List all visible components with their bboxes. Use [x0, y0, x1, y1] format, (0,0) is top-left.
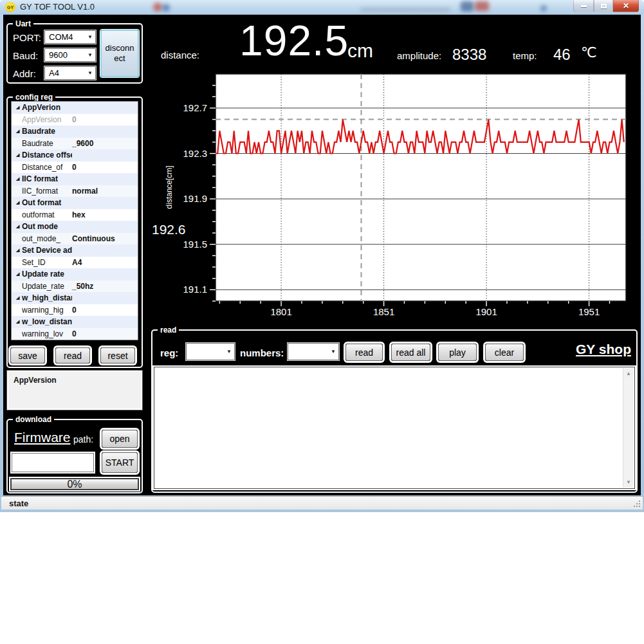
- play-button[interactable]: play: [438, 344, 477, 361]
- close-button[interactable]: ✕: [613, 0, 639, 12]
- x-tick-label: 1801: [270, 306, 291, 317]
- tree-item-row[interactable]: IIC_formatnormal: [12, 185, 138, 198]
- disconnect-button[interactable]: disconnect: [100, 30, 139, 77]
- addr-select[interactable]: A4▼: [44, 66, 96, 80]
- read-config-button[interactable]: read: [55, 347, 90, 363]
- chevron-down-icon: ▼: [226, 349, 232, 354]
- read-legend: read: [158, 326, 179, 335]
- download-group: download Firmware path: open START 0%: [6, 419, 143, 493]
- maximize-button[interactable]: [594, 0, 613, 12]
- temp-value: 46: [553, 46, 571, 64]
- y-tick-label: 192.7: [183, 102, 207, 113]
- uart-group: Uart PORT: COM4▼ Baud: 9600▼ Addr: A4▼ d…: [6, 23, 143, 84]
- desktop-smudge: [461, 1, 474, 12]
- window-controls: ✕: [573, 0, 639, 12]
- tree-item-row[interactable]: Distance_of0: [12, 161, 138, 174]
- read-all-button[interactable]: read all: [391, 344, 430, 361]
- chevron-down-icon: ▼: [87, 52, 93, 58]
- numbers-label: numbers:: [240, 347, 284, 358]
- distance-label: distance:: [161, 50, 199, 60]
- close-icon: ✕: [623, 1, 629, 10]
- save-button[interactable]: save: [10, 347, 45, 363]
- tree-item-row[interactable]: outformathex: [12, 209, 138, 221]
- desktop-smudge: [162, 4, 170, 12]
- tree-category-row[interactable]: ◢Set Device address: [12, 244, 138, 257]
- distance-value: 192.5: [239, 19, 349, 62]
- minimize-button[interactable]: [573, 0, 594, 12]
- tree-item-row[interactable]: AppVersion0: [12, 114, 138, 126]
- start-button[interactable]: START: [102, 452, 138, 473]
- reset-button[interactable]: reset: [100, 347, 135, 363]
- tree-item-row[interactable]: out_mode_Continuous: [12, 233, 138, 245]
- open-button[interactable]: open: [102, 430, 138, 448]
- port-label: PORT:: [13, 32, 41, 43]
- tree-category-row[interactable]: ◢AppVerion: [12, 102, 138, 114]
- distance-chart[interactable]: 191.1191.5191.9192.3192.7180118511901195…: [150, 69, 639, 327]
- scroll-down-icon[interactable]: ▼: [623, 477, 634, 488]
- y-tick-label: 191.5: [183, 239, 207, 250]
- maximize-icon: [601, 4, 607, 8]
- firmware-path-input[interactable]: [12, 453, 94, 472]
- addr-value: A4: [49, 68, 59, 78]
- read-button[interactable]: read: [345, 344, 383, 361]
- tree-category-row[interactable]: ◢Distance offset: [12, 149, 138, 161]
- tree-item-row[interactable]: warning_hig0: [12, 304, 138, 317]
- port-value: COM4: [49, 32, 73, 42]
- log-scrollbar[interactable]: ▲ ▼: [623, 368, 634, 488]
- expander-icon[interactable]: ◢: [12, 129, 22, 134]
- expander-icon[interactable]: ◢: [12, 152, 22, 158]
- screen: GY GY TOF TOOL V1.0 ✕ Uart PORT: COM4▼ B…: [0, 0, 644, 644]
- tree-item-row[interactable]: Set_IDA4: [12, 257, 138, 269]
- expander-icon[interactable]: ◢: [12, 224, 22, 229]
- tree-item-row[interactable]: warning_lov0: [12, 328, 138, 340]
- x-tick-label: 1951: [578, 306, 600, 317]
- amplitude-label: amplitude:: [397, 50, 441, 61]
- clear-button[interactable]: clear: [485, 344, 524, 361]
- tree-category-row[interactable]: ◢w_low_distance: [12, 316, 138, 328]
- read-log[interactable]: ▲ ▼: [154, 367, 635, 489]
- temp-unit: ℃: [581, 44, 597, 61]
- app-version-panel[interactable]: AppVersion: [7, 371, 142, 410]
- config-tree: ◢AppVerionAppVersion0◢BaudrateBaudrate_9…: [11, 101, 138, 340]
- firmware-label[interactable]: Firmware: [14, 430, 71, 445]
- chevron-down-icon: ▼: [331, 349, 336, 354]
- tree-category-row[interactable]: ◢IIC format: [12, 173, 138, 185]
- resize-grip[interactable]: [633, 500, 641, 508]
- baud-label: Baud:: [13, 50, 38, 61]
- y-tick-label: 191.1: [183, 284, 207, 295]
- expander-icon[interactable]: ◢: [12, 295, 22, 300]
- chevron-down-icon: ▼: [87, 34, 93, 40]
- read-group: read reg: ▼ numbers: ▼ read read all pla…: [151, 329, 638, 493]
- baud-select[interactable]: 9600▼: [44, 48, 96, 62]
- expander-icon[interactable]: ◢: [12, 319, 22, 324]
- y-axis-title: distance[cm]: [165, 165, 174, 208]
- port-select[interactable]: COM4▼: [44, 30, 96, 44]
- reg-select[interactable]: ▼: [186, 343, 235, 360]
- tree-item-row[interactable]: Baudrate_9600: [12, 138, 138, 150]
- tree-item-row[interactable]: Update_rate_50hz: [12, 281, 138, 293]
- window-title: GY TOF TOOL V1.0: [20, 2, 95, 12]
- gy-shop-link[interactable]: GY shop: [576, 342, 631, 357]
- expander-icon[interactable]: ◢: [12, 105, 22, 110]
- tree-category-row[interactable]: ◢Baudrate: [12, 125, 138, 138]
- amplitude-value: 8338: [452, 46, 486, 64]
- numbers-select[interactable]: ▼: [288, 343, 339, 360]
- tree-category-row[interactable]: ◢Out mode: [12, 221, 138, 233]
- tree-category-row[interactable]: ◢w_high_distance: [12, 292, 138, 304]
- expander-icon[interactable]: ◢: [12, 271, 22, 277]
- tree-category-row[interactable]: ◢Out format: [12, 197, 138, 209]
- title-bar[interactable]: GY GY TOF TOOL V1.0 ✕: [0, 0, 644, 14]
- scroll-up-icon[interactable]: ▲: [623, 368, 634, 379]
- addr-label: Addr:: [13, 68, 36, 79]
- minimize-icon: [581, 5, 587, 7]
- x-tick-label: 1851: [373, 306, 394, 317]
- expander-icon[interactable]: ◢: [12, 248, 22, 253]
- tree-category-row[interactable]: ◢Update rate: [12, 268, 138, 281]
- expander-icon[interactable]: ◢: [12, 176, 22, 181]
- expander-icon[interactable]: ◢: [12, 200, 22, 205]
- desktop-smudge: [153, 3, 162, 12]
- desktop-smudge: [475, 1, 489, 11]
- download-legend: download: [13, 415, 54, 424]
- uart-legend: Uart: [13, 19, 33, 28]
- chevron-down-icon: ▼: [87, 70, 93, 76]
